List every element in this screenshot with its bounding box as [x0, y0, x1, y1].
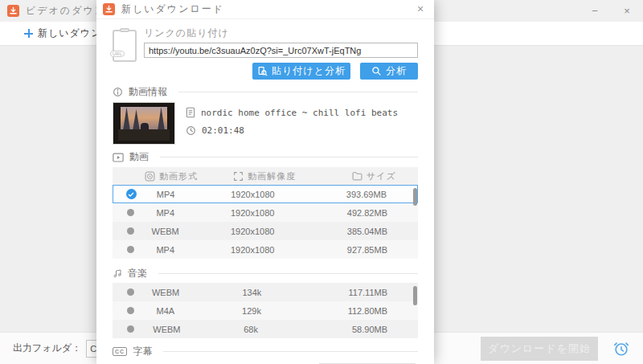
minimize-button[interactable]: −	[579, 5, 611, 17]
video-duration-line: 02:01:48	[186, 125, 398, 136]
search-icon	[371, 66, 382, 76]
format-cell: MP4	[148, 208, 182, 218]
video-row-0[interactable]: MP4 1920x1080 393.69MB	[113, 185, 418, 203]
resolution-cell: 1920x1080	[231, 245, 347, 255]
analyze-button-row: 貼り付けと分析 分析	[144, 63, 418, 80]
close-window-button[interactable]: ×	[611, 5, 643, 17]
size-cell: 112.80MB	[348, 306, 418, 316]
size-cell: 393.69MB	[346, 190, 417, 199]
format-cell: MP4	[148, 245, 182, 255]
document-icon	[186, 107, 195, 118]
expand-icon	[233, 171, 244, 182]
dialog-download-icon	[103, 3, 115, 15]
clipboard-clip	[120, 28, 129, 32]
video-info-row: nordic home office ~ chill lofi beats 02…	[113, 102, 418, 145]
format-cell: WEBM	[149, 325, 185, 334]
audio-row-0[interactable]: WEBM 134k 117.11MB	[113, 283, 418, 301]
section-divider	[163, 351, 418, 352]
paste-and-analyze-button[interactable]: 貼り付けと分析	[252, 63, 350, 80]
analyze-button[interactable]: 分析	[360, 63, 418, 80]
window-controls: − ×	[579, 0, 643, 22]
column-resolution: 動画解像度	[233, 170, 352, 182]
video-title: nordic home office ~ chill lofi beats	[201, 108, 398, 118]
resolution-cell: 1920x1080	[231, 190, 346, 199]
clipboard-url-icon: URL	[113, 30, 137, 62]
resolution-cell: 1920x1080	[231, 208, 347, 218]
video-play-icon	[113, 153, 124, 162]
app-download-icon	[7, 5, 19, 17]
video-format-table: 動画形式 動画解像度 サイズ	[113, 167, 418, 259]
start-download-button[interactable]: ダウンロードを開始	[481, 337, 598, 361]
video-info-texts: nordic home office ~ chill lofi beats 02…	[186, 102, 398, 145]
url-input[interactable]	[144, 43, 418, 58]
section-divider	[178, 92, 418, 92]
video-section-title: 動画	[129, 150, 149, 164]
bitrate-cell: 134k	[231, 288, 348, 297]
column-size: サイズ	[352, 170, 418, 182]
radio-unselected[interactable]	[113, 209, 148, 216]
dialog-title: 新しいダウンロード	[121, 2, 224, 16]
output-folder-label: 出力フォルダ：	[13, 342, 81, 355]
section-divider	[160, 157, 418, 157]
paste-search-icon	[257, 66, 268, 76]
plus-icon	[24, 29, 33, 38]
format-cell: WEBM	[149, 288, 183, 297]
audio-row-2[interactable]: WEBM 68k 58.90MB	[113, 320, 418, 338]
bitrate-cell: 129k	[231, 306, 348, 316]
dialog-body: URL リンクの貼り付け 貼り付けと分析	[96, 27, 434, 364]
new-download-dialog: 新しいダウンロード × URL リンクの貼り付け 貼り付けと分析	[96, 0, 434, 364]
radio-unselected[interactable]	[113, 246, 148, 253]
thumbnail-desk	[118, 129, 170, 141]
cc-icon-label: CC	[113, 347, 127, 356]
folder-icon	[352, 171, 362, 181]
video-section-header: 動画	[113, 150, 418, 164]
audio-section-title: 音楽	[128, 267, 147, 280]
link-paste-label: リンクの貼り付け	[144, 27, 418, 40]
audio-table-scrollbar[interactable]	[413, 286, 417, 305]
video-row-2[interactable]: WEBM 1920x1080 385.04MB	[113, 222, 418, 240]
selected-check-icon[interactable]	[113, 189, 149, 199]
link-paste-row: URL リンクの貼り付け 貼り付けと分析	[113, 27, 418, 80]
format-cell: MP4	[149, 190, 182, 199]
video-table-scrollbar[interactable]	[413, 188, 417, 206]
url-tag-label: URL	[110, 51, 125, 57]
format-cell: M4A	[149, 306, 183, 316]
analyze-label: 分析	[386, 64, 407, 78]
subtitle-section-title: 字幕	[133, 345, 152, 358]
video-info-section-title: 動画情報	[129, 85, 167, 99]
radio-unselected[interactable]	[113, 227, 148, 235]
size-cell: 117.11MB	[348, 288, 418, 297]
bitrate-cell: 68k	[232, 325, 352, 334]
music-note-icon	[113, 268, 122, 279]
info-icon	[113, 87, 123, 97]
radio-unselected[interactable]	[113, 307, 149, 314]
audio-row-1[interactable]: M4A 129k 112.80MB	[113, 301, 418, 320]
column-size-label: サイズ	[367, 170, 396, 182]
cc-icon: CC	[113, 347, 127, 356]
column-format: 動画形式	[145, 170, 233, 182]
format-cell: WEBM	[148, 227, 182, 236]
radio-unselected[interactable]	[113, 325, 149, 333]
video-info-section-header: 動画情報	[113, 85, 418, 99]
column-resolution-label: 動画解像度	[248, 170, 296, 182]
size-cell: 927.85MB	[347, 245, 418, 255]
video-row-3[interactable]: MP4 1920x1080 927.85MB	[113, 240, 418, 259]
schedule-alarm-icon[interactable]	[612, 340, 630, 358]
size-cell: 58.90MB	[352, 325, 418, 334]
section-divider	[158, 273, 418, 274]
audio-format-table: WEBM 134k 117.11MB M4A 129k 112.80MB WEB…	[113, 283, 418, 338]
dialog-titlebar: 新しいダウンロード ×	[96, 0, 434, 19]
video-thumbnail	[113, 102, 175, 145]
size-cell: 385.04MB	[347, 227, 418, 236]
video-row-1[interactable]: MP4 1920x1080 492.82MB	[113, 203, 418, 222]
video-title-line: nordic home office ~ chill lofi beats	[186, 107, 398, 118]
radio-unselected[interactable]	[113, 288, 149, 296]
dialog-close-button[interactable]: ×	[414, 2, 427, 15]
size-cell: 492.82MB	[347, 208, 418, 218]
column-format-label: 動画形式	[159, 170, 198, 182]
subtitle-section-header: CC 字幕	[113, 345, 418, 358]
paste-and-analyze-label: 貼り付けと分析	[272, 64, 346, 78]
clock-icon	[186, 125, 196, 136]
play-circle-icon	[145, 171, 155, 182]
video-duration: 02:01:48	[202, 125, 244, 136]
